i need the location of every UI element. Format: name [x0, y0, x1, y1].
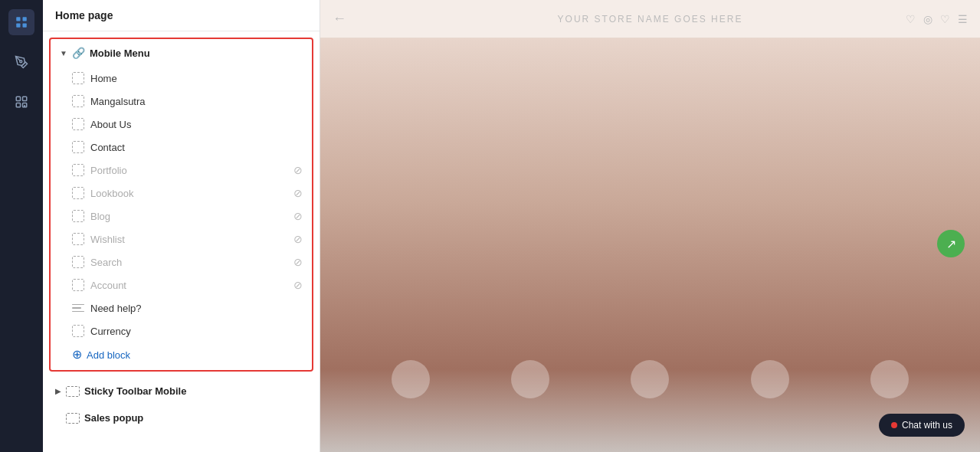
menu-item-blog[interactable]: Blog ⊘ [51, 205, 312, 228]
sticky-toolbar-section[interactable]: ▶ Sticky Toolbar Mobile [43, 378, 320, 405]
section-icon [66, 413, 80, 424]
menu-item-drag-icon [72, 72, 84, 84]
menu-item-need-help[interactable]: Need help? [51, 296, 312, 319]
menu-item-contact[interactable]: Contact [51, 136, 312, 159]
expand-arrow-icon: ▶ [55, 387, 61, 395]
add-block-button[interactable]: ⊕ Add block [51, 342, 312, 367]
menu-item-lookbook[interactable]: Lookbook ⊘ [51, 182, 312, 205]
svg-rect-0 [16, 17, 20, 21]
eye-slash-icon: ⊘ [293, 256, 303, 268]
menu-item-wishlist[interactable]: Wishlist ⊘ [51, 228, 312, 251]
heart-icon: ♡ [906, 13, 916, 25]
sales-popup-title: Sales popup [84, 412, 143, 424]
menu-item-drag-icon [72, 256, 84, 268]
menu-item-mangalsutra[interactable]: Mangalsutra [51, 90, 312, 113]
svg-rect-7 [16, 103, 20, 107]
menu-item-label: Need help? [90, 303, 142, 314]
sidebar-panel: Home page ▼ 🔗 Mobile Menu Home Mangalsut… [43, 0, 320, 452]
preview-topbar: ← YOUR STORE NAME GOES HERE ♡ ◎ ♡ ☰ [320, 0, 980, 38]
menu-item-label: Currency [90, 326, 131, 337]
menu-item-label: Blog [90, 211, 110, 222]
menu-item-search[interactable]: Search ⊘ [51, 251, 312, 273]
menu-item-drag-icon [72, 210, 84, 222]
sticky-toolbar-title: Sticky Toolbar Mobile [84, 385, 186, 397]
menu-item-drag-icon [72, 141, 84, 153]
back-arrow-icon: ← [333, 11, 346, 27]
eye-slash-icon: ⊘ [293, 233, 303, 245]
product-icons-row [320, 360, 980, 398]
menu-item-drag-icon [72, 325, 84, 337]
icon-bar-brush[interactable] [8, 49, 34, 75]
product-icon-1 [392, 360, 430, 398]
search-icon: ◎ [923, 13, 932, 25]
menu-item-label: Account [90, 280, 126, 291]
menu-item-label: Mangalsutra [90, 96, 146, 107]
collapse-arrow-icon: ▼ [60, 49, 67, 57]
link-icon: 🔗 [72, 47, 85, 59]
sales-popup-section[interactable]: ▶ Sales popup [43, 405, 320, 431]
menu-item-label: Home [90, 73, 117, 84]
menu-item-drag-icon [72, 187, 84, 199]
menu-item-about-us[interactable]: About Us [51, 113, 312, 136]
menu-item-drag-icon [72, 164, 84, 176]
menu-item-portfolio[interactable]: Portfolio ⊘ [51, 159, 312, 182]
menu-icon: ☰ [958, 13, 968, 25]
icon-bar-grid[interactable] [8, 9, 34, 35]
menu-item-label: About Us [90, 119, 131, 130]
svg-rect-3 [23, 24, 27, 28]
eye-slash-icon: ⊘ [293, 164, 303, 176]
svg-point-4 [20, 61, 22, 63]
section-icon [66, 386, 80, 397]
preview-image-area: ↗ Chat with us [320, 38, 980, 452]
add-block-label: Add block [87, 349, 130, 361]
eye-slash-icon: ⊘ [293, 210, 303, 222]
store-name-label: YOUR STORE NAME GOES HERE [558, 14, 743, 25]
menu-item-label: Wishlist [90, 234, 125, 245]
mobile-menu-title: Mobile Menu [90, 47, 150, 59]
main-preview: ← YOUR STORE NAME GOES HERE ♡ ◎ ♡ ☰ ↗ Ch… [320, 0, 980, 452]
product-icon-3 [631, 360, 669, 398]
svg-rect-6 [23, 97, 27, 100]
green-arrow-button[interactable]: ↗ [937, 230, 965, 257]
topbar-icons: ♡ ◎ ♡ ☰ [906, 13, 968, 25]
chat-status-dot [891, 422, 897, 428]
chat-button[interactable]: Chat with us [879, 414, 965, 437]
product-icon-5 [870, 360, 909, 398]
menu-item-drag-icon [72, 279, 84, 291]
icon-bar [0, 0, 43, 452]
menu-item-account[interactable]: Account ⊘ [51, 273, 312, 296]
mobile-menu-section: ▼ 🔗 Mobile Menu Home Mangalsutra About U… [49, 38, 313, 372]
eye-slash-icon: ⊘ [293, 187, 303, 199]
plus-circle-icon: ⊕ [72, 349, 82, 361]
heart-icon-2: ♡ [940, 13, 950, 25]
menu-item-label: Portfolio [90, 165, 127, 176]
product-icon-2 [511, 360, 549, 398]
menu-item-label: Search [90, 257, 122, 268]
menu-item-label: Lookbook [90, 188, 133, 199]
menu-item-home[interactable]: Home [51, 67, 312, 90]
menu-item-currency[interactable]: Currency [51, 319, 312, 342]
menu-item-drag-icon [72, 118, 84, 130]
menu-item-drag-icon [72, 95, 84, 107]
svg-rect-1 [23, 17, 27, 21]
menu-item-label: Contact [90, 142, 125, 153]
svg-rect-2 [16, 24, 20, 28]
eye-slash-icon: ⊘ [293, 279, 303, 291]
page-title: Home page [43, 0, 320, 31]
product-icon-4 [751, 360, 789, 398]
mobile-menu-header[interactable]: ▼ 🔗 Mobile Menu [51, 39, 312, 67]
svg-rect-5 [16, 97, 20, 100]
icon-bar-add[interactable] [8, 89, 34, 115]
chat-button-label: Chat with us [902, 420, 952, 431]
menu-item-drag-icon [72, 233, 84, 245]
lines-icon [72, 302, 84, 314]
